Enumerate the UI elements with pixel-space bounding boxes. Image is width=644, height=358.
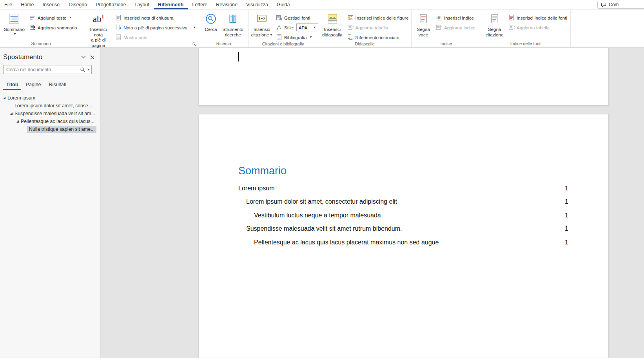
table-of-figures-icon xyxy=(347,14,354,21)
insert-caption-label-2: didascalia xyxy=(322,32,343,38)
toc-entry[interactable]: Lorem ipsum dolor sit amet, consectetur … xyxy=(238,195,568,208)
comment-icon xyxy=(600,2,607,8)
tab-home[interactable]: Home xyxy=(16,0,38,9)
citation-style-select[interactable]: APA xyxy=(296,24,318,31)
document-search-box[interactable] xyxy=(3,65,92,74)
collapse-triangle-icon[interactable] xyxy=(16,120,19,123)
chevron-down-icon xyxy=(270,34,272,36)
update-authorities-table-label: Aggiorna tabella xyxy=(517,25,550,30)
toc-entry-page: 1 xyxy=(565,182,568,195)
ribbon: Sommario Aggiungi testo Aggiorna sommari… xyxy=(0,10,644,48)
ribbon-group-index: Segna voce Inserisci indice Aggiorna ind… xyxy=(412,10,481,47)
tree-item-heading-3[interactable]: Suspendisse malesuada velit sit am... xyxy=(0,110,100,118)
manage-sources-button[interactable]: Gestisci fonti xyxy=(275,14,319,22)
tree-item-heading-2[interactable]: Lorem ipsum dolor sit amet, conse... xyxy=(0,102,100,110)
next-footnote-button[interactable]: Nota a piè di pagina successiva xyxy=(114,24,197,31)
tree-item-heading-1[interactable]: Lorem ipsum xyxy=(0,94,100,102)
update-toc-button[interactable]: Aggiorna sommario xyxy=(28,24,78,31)
document-page-1[interactable] xyxy=(199,48,609,105)
bibliography-icon xyxy=(276,34,282,40)
next-footnote-label: Nota a piè di pagina successiva xyxy=(123,25,187,30)
tab-revisione[interactable]: Revisione xyxy=(212,0,242,9)
document-page-2[interactable]: Sommario Lorem ipsum 1 Lorem ipsum dolor… xyxy=(199,114,609,358)
ribbon-group-captions: Inserisci didascalia Inserisci indice de… xyxy=(318,10,412,47)
toc-entry-text: Suspendisse malesuada velit sit amet rut… xyxy=(246,222,402,235)
search-options-chevron-icon[interactable] xyxy=(87,69,90,71)
navigation-pane-title: Spostamento xyxy=(3,53,79,61)
toc-entry[interactable]: Lorem ipsum 1 xyxy=(238,182,568,195)
search-input[interactable] xyxy=(6,67,79,72)
close-pane-icon[interactable] xyxy=(88,53,96,61)
toc-entry-page: 1 xyxy=(565,195,568,208)
group-title-authorities: Indice delle fonti xyxy=(481,41,570,47)
ribbon-group-research: Cerca Strumento ricerche Ricerca xyxy=(199,10,249,47)
update-toc-label: Aggiorna sommario xyxy=(38,25,77,30)
ribbon-group-sommario: Sommario Aggiungi testo Aggiorna sommari… xyxy=(0,10,82,47)
group-title-sommario: Sommario xyxy=(0,41,82,47)
style-label: Stile: xyxy=(284,25,294,30)
toc-entry[interactable]: Vestibulum luctus neque a tempor malesua… xyxy=(238,209,568,222)
chevron-down-icon xyxy=(310,36,312,38)
mark-entry-button[interactable]: Segna voce xyxy=(414,11,432,37)
toc-button-label: Sommario xyxy=(4,27,25,32)
tree-item-heading-4[interactable]: Pellentesque ac lacus quis lacus... xyxy=(0,118,100,125)
nav-tab-risultati[interactable]: Risultati xyxy=(46,80,69,90)
researcher-book-icon xyxy=(227,12,238,25)
tree-item-heading-5-selected[interactable]: Nulla tristique sapien sit ame... xyxy=(0,125,100,133)
tab-visualizza[interactable]: Visualizza xyxy=(242,0,272,9)
pane-options-chevron-icon[interactable] xyxy=(79,53,88,61)
toc-entry[interactable]: Suspendisse malesuada velit sit amet rut… xyxy=(238,222,568,235)
tab-progettazione[interactable]: Progettazione xyxy=(91,0,130,9)
toc-entry-text: Vestibulum luctus neque a tempor malesua… xyxy=(254,209,381,222)
cross-reference-button[interactable]: Riferimento incrociato xyxy=(346,33,410,41)
footnote-ab1-icon: ab1 xyxy=(93,12,104,25)
insert-endnote-button[interactable]: Inserisci nota di chiusura xyxy=(114,14,197,22)
mark-citation-button[interactable]: Segna citazione xyxy=(484,11,505,37)
update-index-button: Aggiorna indice xyxy=(435,24,477,31)
mark-citation-icon xyxy=(490,12,500,25)
bibliography-label: Bibliografia xyxy=(284,35,307,40)
toc-entry-page: 1 xyxy=(565,209,568,222)
tab-riferimenti[interactable]: Riferimenti xyxy=(154,0,188,9)
dialog-launcher-icon[interactable] xyxy=(192,42,197,47)
tab-lettere[interactable]: Lettere xyxy=(188,0,212,9)
insert-endnote-icon xyxy=(115,14,122,21)
researcher-label-2: ricerche xyxy=(225,32,241,38)
insert-footnote-button[interactable]: ab1 Inserisci nota a piè di pagina xyxy=(85,11,112,48)
search-button[interactable]: Cerca xyxy=(202,11,220,32)
insert-citation-button[interactable]: Inserisci citazione xyxy=(251,11,272,37)
collapse-triangle-icon[interactable] xyxy=(10,112,13,115)
manage-sources-icon xyxy=(276,14,282,21)
search-circle-icon xyxy=(205,12,217,25)
tab-file[interactable]: File xyxy=(0,0,16,9)
tab-inserisci[interactable]: Inserisci xyxy=(38,0,65,9)
group-title-index: Indice xyxy=(412,41,481,47)
tab-layout[interactable]: Layout xyxy=(130,0,154,9)
toc-button[interactable]: Sommario xyxy=(3,11,26,35)
update-authorities-table-button: Aggiorna tabella xyxy=(507,24,568,31)
search-icon[interactable] xyxy=(79,66,86,74)
update-table-icon xyxy=(347,24,354,31)
insert-table-of-figures-button[interactable]: Inserisci indice delle figure xyxy=(346,14,410,22)
collapse-triangle-icon[interactable] xyxy=(3,97,5,99)
add-text-button[interactable]: Aggiungi testo xyxy=(28,14,78,22)
insert-table-of-authorities-button[interactable]: Inserisci indice delle fonti xyxy=(507,14,568,22)
toc-heading[interactable]: Sommario xyxy=(238,164,568,178)
tab-disegno[interactable]: Disegno xyxy=(65,0,91,9)
insert-caption-button[interactable]: Inserisci didascalia xyxy=(321,11,344,37)
insert-index-button[interactable]: Inserisci indice xyxy=(435,14,477,22)
bibliography-button[interactable]: Bibliografia xyxy=(275,33,319,41)
document-canvas[interactable]: Sommario Lorem ipsum 1 Lorem ipsum dolor… xyxy=(101,48,644,358)
update-table-button: Aggiorna tabella xyxy=(346,24,410,31)
comments-button[interactable]: Com xyxy=(597,1,644,9)
researcher-button[interactable]: Strumento ricerche xyxy=(220,11,246,37)
toc-icon xyxy=(8,12,20,25)
toc-entry[interactable]: Pellentesque ac lacus quis lacus placera… xyxy=(238,236,568,249)
cross-reference-label: Riferimento incrociato xyxy=(356,35,399,40)
insert-endnote-label: Inserisci nota di chiusura xyxy=(123,15,174,20)
tab-guida[interactable]: Guida xyxy=(272,0,294,9)
show-notes-icon xyxy=(115,34,122,40)
style-icon xyxy=(276,24,282,31)
nav-tab-titoli[interactable]: Titoli xyxy=(3,80,21,90)
nav-tab-pagine[interactable]: Pagine xyxy=(23,80,44,90)
